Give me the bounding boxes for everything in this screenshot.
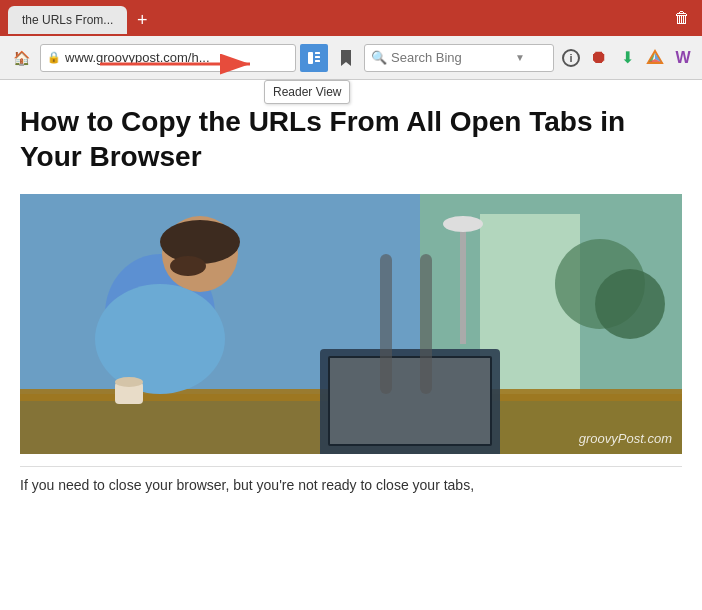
record-icon: ⏺ <box>590 47 608 68</box>
svg-rect-3 <box>315 60 320 62</box>
home-button[interactable]: 🏠 <box>6 43 36 73</box>
reader-view-button[interactable] <box>300 44 328 72</box>
search-input[interactable] <box>391 50 511 65</box>
drive-button[interactable] <box>642 45 668 71</box>
svg-point-29 <box>595 269 665 339</box>
browser-tab[interactable]: the URLs From... <box>8 6 127 34</box>
svg-point-18 <box>160 220 240 264</box>
lock-icon: 🔒 <box>47 51 61 64</box>
svg-rect-30 <box>460 224 466 344</box>
article-title: How to Copy the URLs From All Open Tabs … <box>20 104 682 174</box>
info-button[interactable]: i <box>558 45 584 71</box>
article-content: How to Copy the URLs From All Open Tabs … <box>0 80 702 509</box>
download-icon: ⬇ <box>621 48 634 67</box>
article-image: groovyPost.com <box>20 194 682 454</box>
svg-rect-25 <box>330 358 490 444</box>
svg-rect-27 <box>420 254 432 394</box>
svg-point-22 <box>115 377 143 387</box>
home-icon: 🏠 <box>13 50 30 66</box>
svg-rect-26 <box>380 254 392 394</box>
info-icon: i <box>562 49 580 67</box>
bookmark-button[interactable] <box>332 44 360 72</box>
svg-rect-1 <box>315 52 320 54</box>
toolbar: 🏠 🔒 www.groovypost.com/h... 🔍 ▼ i ⏺ <box>0 36 702 80</box>
reader-view-icon <box>306 50 322 66</box>
search-icon: 🔍 <box>371 50 387 65</box>
new-tab-button[interactable]: + <box>131 9 153 31</box>
svg-point-31 <box>443 216 483 232</box>
record-button[interactable]: ⏺ <box>586 45 612 71</box>
svg-rect-0 <box>308 52 313 64</box>
svg-point-20 <box>95 284 225 394</box>
svg-point-19 <box>170 256 206 276</box>
article-image-svg <box>20 194 682 454</box>
tab-title: the URLs From... <box>22 13 113 27</box>
title-bar: the URLs From... + 🗑 <box>0 0 702 36</box>
article-snippet: If you need to close your browser, but y… <box>20 466 682 493</box>
search-bar[interactable]: 🔍 ▼ <box>364 44 554 72</box>
extension-icon: W <box>675 49 690 67</box>
image-watermark: groovyPost.com <box>579 431 672 446</box>
toolbar-right-icons: i ⏺ ⬇ W <box>558 45 696 71</box>
bookmark-icon <box>339 49 353 67</box>
drive-icon <box>646 49 664 67</box>
svg-rect-2 <box>315 56 320 58</box>
reader-view-tooltip: Reader View <box>264 80 350 104</box>
extension-button[interactable]: W <box>670 45 696 71</box>
close-button[interactable]: 🗑 <box>670 5 694 31</box>
red-arrow-annotation <box>90 44 270 88</box>
download-button[interactable]: ⬇ <box>614 45 640 71</box>
search-dropdown-icon[interactable]: ▼ <box>515 52 525 63</box>
